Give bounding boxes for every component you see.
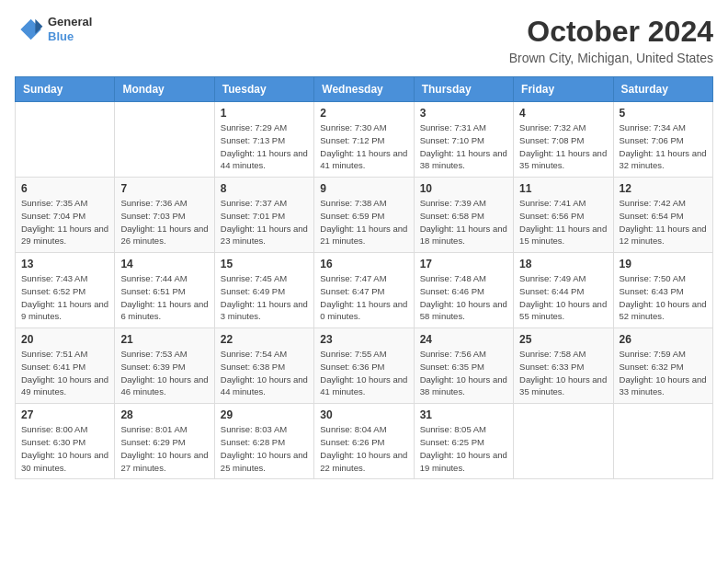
page-header: General Blue October 2024 Brown City, Mi…	[15, 15, 713, 65]
day-number: 27	[21, 408, 108, 421]
day-info: Sunrise: 7:38 AM Sunset: 6:59 PM Dayligh…	[320, 197, 407, 247]
calendar-cell: 16Sunrise: 7:47 AM Sunset: 6:47 PM Dayli…	[314, 253, 414, 328]
calendar-cell	[514, 404, 613, 479]
day-number: 13	[21, 258, 108, 270]
day-info: Sunrise: 7:39 AM Sunset: 6:58 PM Dayligh…	[420, 197, 507, 247]
calendar-cell: 23Sunrise: 7:55 AM Sunset: 6:36 PM Dayli…	[314, 328, 414, 404]
day-info: Sunrise: 7:45 AM Sunset: 6:49 PM Dayligh…	[221, 272, 308, 323]
calendar-cell	[115, 102, 214, 178]
calendar-cell: 26Sunrise: 7:59 AM Sunset: 6:32 PM Dayli…	[613, 328, 712, 404]
day-info: Sunrise: 7:43 AM Sunset: 6:52 PM Dayligh…	[21, 272, 108, 323]
calendar-cell: 4Sunrise: 7:32 AM Sunset: 7:08 PM Daylig…	[514, 102, 613, 178]
weekday-header-saturday: Saturday	[613, 77, 712, 102]
day-number: 30	[320, 408, 407, 421]
day-number: 4	[519, 107, 607, 120]
calendar-week-row: 20Sunrise: 7:51 AM Sunset: 6:41 PM Dayli…	[16, 328, 713, 404]
title-block: October 2024 Brown City, Michigan, Unite…	[509, 15, 713, 65]
day-number: 5	[620, 107, 707, 120]
day-info: Sunrise: 7:49 AM Sunset: 6:44 PM Dayligh…	[519, 272, 607, 323]
day-number: 22	[221, 333, 308, 346]
day-number: 17	[420, 258, 507, 270]
calendar-cell: 14Sunrise: 7:44 AM Sunset: 6:51 PM Dayli…	[115, 253, 214, 328]
day-number: 6	[21, 182, 108, 195]
logo-line1: General	[48, 15, 92, 29]
day-info: Sunrise: 7:34 AM Sunset: 7:06 PM Dayligh…	[620, 121, 707, 172]
calendar-cell: 2Sunrise: 7:30 AM Sunset: 7:12 PM Daylig…	[314, 102, 414, 178]
day-number: 20	[21, 333, 108, 346]
weekday-header-thursday: Thursday	[414, 77, 513, 102]
calendar-cell: 12Sunrise: 7:42 AM Sunset: 6:54 PM Dayli…	[613, 178, 712, 253]
day-number: 18	[519, 258, 607, 270]
logo-text: General Blue	[48, 15, 92, 43]
calendar-cell: 6Sunrise: 7:35 AM Sunset: 7:04 PM Daylig…	[16, 178, 115, 253]
day-number: 14	[120, 258, 208, 270]
day-info: Sunrise: 7:56 AM Sunset: 6:35 PM Dayligh…	[420, 348, 507, 398]
calendar-cell: 15Sunrise: 7:45 AM Sunset: 6:49 PM Dayli…	[214, 253, 313, 328]
calendar-week-row: 27Sunrise: 8:00 AM Sunset: 6:30 PM Dayli…	[16, 404, 713, 479]
day-number: 16	[320, 258, 407, 270]
day-number: 24	[420, 333, 507, 346]
calendar-cell: 21Sunrise: 7:53 AM Sunset: 6:39 PM Dayli…	[115, 328, 214, 404]
day-info: Sunrise: 8:00 AM Sunset: 6:30 PM Dayligh…	[21, 423, 108, 474]
day-info: Sunrise: 8:05 AM Sunset: 6:25 PM Dayligh…	[420, 423, 507, 474]
calendar-cell: 30Sunrise: 8:04 AM Sunset: 6:26 PM Dayli…	[314, 404, 414, 479]
calendar-cell: 1Sunrise: 7:29 AM Sunset: 7:13 PM Daylig…	[214, 102, 313, 178]
calendar-cell: 8Sunrise: 7:37 AM Sunset: 7:01 PM Daylig…	[214, 178, 313, 253]
logo-line2: Blue	[48, 29, 92, 44]
day-info: Sunrise: 7:35 AM Sunset: 7:04 PM Dayligh…	[21, 197, 108, 247]
calendar-cell: 27Sunrise: 8:00 AM Sunset: 6:30 PM Dayli…	[16, 404, 115, 479]
day-number: 9	[320, 182, 407, 195]
calendar-cell: 5Sunrise: 7:34 AM Sunset: 7:06 PM Daylig…	[613, 102, 712, 178]
calendar-cell: 9Sunrise: 7:38 AM Sunset: 6:59 PM Daylig…	[314, 178, 414, 253]
day-number: 3	[420, 107, 507, 120]
day-number: 11	[519, 182, 607, 195]
day-info: Sunrise: 8:03 AM Sunset: 6:28 PM Dayligh…	[221, 423, 308, 474]
day-info: Sunrise: 7:51 AM Sunset: 6:41 PM Dayligh…	[21, 348, 108, 398]
day-number: 19	[620, 258, 707, 270]
day-number: 26	[620, 333, 707, 346]
day-info: Sunrise: 7:54 AM Sunset: 6:38 PM Dayligh…	[221, 348, 308, 398]
day-info: Sunrise: 7:30 AM Sunset: 7:12 PM Dayligh…	[320, 121, 407, 172]
calendar-cell: 3Sunrise: 7:31 AM Sunset: 7:10 PM Daylig…	[414, 102, 513, 178]
calendar-cell: 19Sunrise: 7:50 AM Sunset: 6:43 PM Dayli…	[613, 253, 712, 328]
day-number: 1	[221, 107, 308, 120]
calendar-cell: 11Sunrise: 7:41 AM Sunset: 6:56 PM Dayli…	[514, 178, 613, 253]
calendar-cell: 24Sunrise: 7:56 AM Sunset: 6:35 PM Dayli…	[414, 328, 513, 404]
weekday-header-monday: Monday	[115, 77, 214, 102]
day-info: Sunrise: 7:36 AM Sunset: 7:03 PM Dayligh…	[120, 197, 208, 247]
day-number: 21	[120, 333, 208, 346]
calendar-week-row: 6Sunrise: 7:35 AM Sunset: 7:04 PM Daylig…	[16, 178, 713, 253]
day-info: Sunrise: 7:42 AM Sunset: 6:54 PM Dayligh…	[620, 197, 707, 247]
calendar-week-row: 1Sunrise: 7:29 AM Sunset: 7:13 PM Daylig…	[16, 102, 713, 178]
calendar-cell: 18Sunrise: 7:49 AM Sunset: 6:44 PM Dayli…	[514, 253, 613, 328]
day-number: 28	[120, 408, 208, 421]
day-number: 7	[120, 182, 208, 195]
weekday-header-tuesday: Tuesday	[214, 77, 313, 102]
day-info: Sunrise: 8:01 AM Sunset: 6:29 PM Dayligh…	[120, 423, 208, 474]
month-title: October 2024	[509, 15, 713, 49]
logo: General Blue	[15, 15, 92, 44]
calendar-cell	[613, 404, 712, 479]
day-number: 31	[420, 408, 507, 421]
calendar-cell: 28Sunrise: 8:01 AM Sunset: 6:29 PM Dayli…	[115, 404, 214, 479]
weekday-header-wednesday: Wednesday	[314, 77, 414, 102]
calendar-week-row: 13Sunrise: 7:43 AM Sunset: 6:52 PM Dayli…	[16, 253, 713, 328]
calendar-cell: 10Sunrise: 7:39 AM Sunset: 6:58 PM Dayli…	[414, 178, 513, 253]
day-number: 25	[519, 333, 607, 346]
day-info: Sunrise: 7:29 AM Sunset: 7:13 PM Dayligh…	[221, 121, 308, 172]
calendar-cell: 17Sunrise: 7:48 AM Sunset: 6:46 PM Dayli…	[414, 253, 513, 328]
day-info: Sunrise: 7:50 AM Sunset: 6:43 PM Dayligh…	[620, 272, 707, 323]
weekday-header-friday: Friday	[514, 77, 613, 102]
calendar-cell: 7Sunrise: 7:36 AM Sunset: 7:03 PM Daylig…	[115, 178, 214, 253]
day-info: Sunrise: 7:37 AM Sunset: 7:01 PM Dayligh…	[221, 197, 308, 247]
day-info: Sunrise: 7:53 AM Sunset: 6:39 PM Dayligh…	[120, 348, 208, 398]
day-info: Sunrise: 7:47 AM Sunset: 6:47 PM Dayligh…	[320, 272, 407, 323]
day-number: 10	[420, 182, 507, 195]
day-info: Sunrise: 7:41 AM Sunset: 6:56 PM Dayligh…	[519, 197, 607, 247]
weekday-header-sunday: Sunday	[16, 77, 115, 102]
day-number: 23	[320, 333, 407, 346]
calendar-cell: 13Sunrise: 7:43 AM Sunset: 6:52 PM Dayli…	[16, 253, 115, 328]
calendar-cell: 20Sunrise: 7:51 AM Sunset: 6:41 PM Dayli…	[16, 328, 115, 404]
day-info: Sunrise: 7:48 AM Sunset: 6:46 PM Dayligh…	[420, 272, 507, 323]
day-info: Sunrise: 7:55 AM Sunset: 6:36 PM Dayligh…	[320, 348, 407, 398]
